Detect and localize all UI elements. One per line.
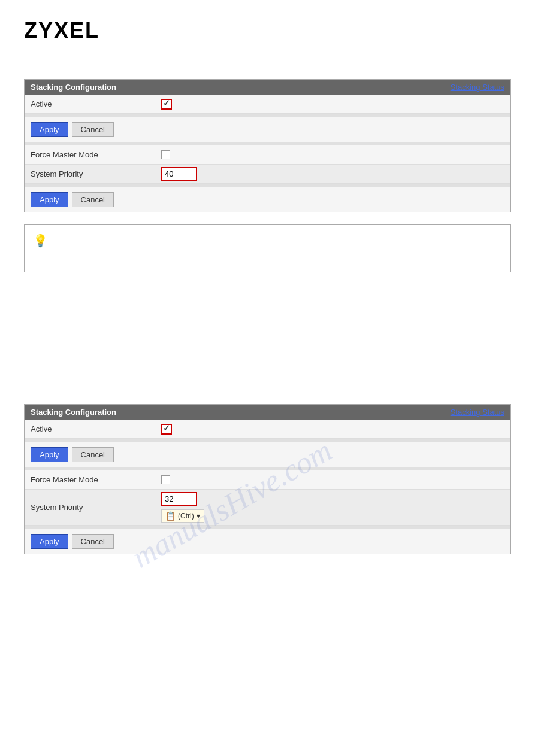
system-priority-label-1: System Priority	[25, 166, 156, 182]
cancel-button-2a[interactable]: Cancel	[72, 447, 114, 462]
button-row-2b: Apply Cancel	[25, 529, 510, 554]
apply-button-1a[interactable]: Apply	[31, 122, 68, 137]
active-value-2	[156, 421, 177, 437]
active-label-1: Active	[25, 96, 156, 112]
system-priority-row-2: System Priority 📋 (Ctrl) ▾	[25, 490, 510, 526]
stacking-config-panel-2: Stacking Configuration Stacking Status A…	[24, 404, 511, 554]
force-master-label-2: Force Master Mode	[25, 472, 156, 488]
active-value-1	[156, 96, 177, 112]
cancel-button-1a[interactable]: Cancel	[72, 122, 114, 137]
active-checkbox-2[interactable]	[161, 424, 172, 435]
force-master-label-1: Force Master Mode	[25, 147, 156, 163]
apply-button-2b[interactable]: Apply	[31, 534, 68, 549]
panel-header-1: Stacking Configuration Stacking Status	[25, 80, 510, 95]
tip-box: 💡	[24, 224, 511, 272]
clipboard-dropdown-icon: ▾	[197, 512, 200, 520]
stacking-status-link-2[interactable]: Stacking Status	[451, 408, 504, 417]
apply-button-1b[interactable]: Apply	[31, 192, 68, 207]
force-master-value-2	[156, 473, 175, 487]
system-priority-value-1	[156, 165, 202, 183]
system-priority-row-1: System Priority	[25, 165, 510, 184]
stacking-status-link-1[interactable]: Stacking Status	[451, 83, 504, 92]
clipboard-icon: 📋	[165, 511, 176, 521]
force-master-row-2: Force Master Mode	[25, 470, 510, 490]
active-row-2: Active	[25, 420, 510, 439]
clipboard-popup[interactable]: 📋 (Ctrl) ▾	[161, 509, 204, 523]
apply-button-2a[interactable]: Apply	[31, 447, 68, 462]
force-master-checkbox-2[interactable]	[161, 475, 170, 484]
button-row-1a: Apply Cancel	[25, 117, 510, 142]
force-master-checkbox-1[interactable]	[161, 150, 170, 159]
zyxel-logo: ZYXEL	[24, 18, 511, 43]
system-priority-value-2: 📋 (Ctrl) ▾	[156, 490, 209, 525]
system-priority-input-2[interactable]	[161, 492, 197, 506]
active-label-2: Active	[25, 421, 156, 437]
button-row-2a: Apply Cancel	[25, 442, 510, 467]
bulb-icon: 💡	[33, 233, 48, 248]
stacking-config-panel-1: Stacking Configuration Stacking Status A…	[24, 79, 511, 212]
system-priority-input-1[interactable]	[161, 167, 197, 181]
panel-header-2: Stacking Configuration Stacking Status	[25, 405, 510, 420]
panel-title-1: Stacking Configuration	[31, 83, 116, 92]
system-priority-label-2: System Priority	[25, 499, 156, 515]
button-row-1b: Apply Cancel	[25, 187, 510, 212]
force-master-row-1: Force Master Mode	[25, 145, 510, 165]
spacer-main	[24, 284, 511, 404]
clipboard-label: (Ctrl)	[178, 512, 194, 520]
cancel-button-1b[interactable]: Cancel	[72, 192, 114, 207]
active-checkbox-1[interactable]	[161, 99, 172, 110]
cancel-button-2b[interactable]: Cancel	[72, 534, 114, 549]
force-master-value-1	[156, 148, 175, 162]
active-row-1: Active	[25, 95, 510, 114]
panel-title-2: Stacking Configuration	[31, 408, 116, 417]
